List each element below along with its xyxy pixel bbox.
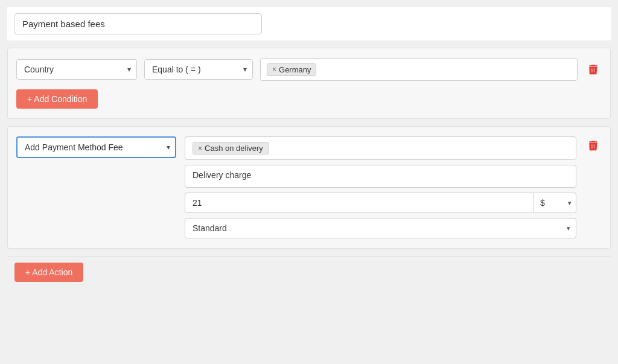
country-select[interactable]: Country City State Zip Code [16, 59, 137, 80]
delete-condition-button[interactable] [585, 60, 602, 78]
operator-select-wrapper: Equal to ( = ) Not equal to Contains Not… [144, 59, 253, 80]
amount-input[interactable] [185, 193, 534, 213]
add-action-button[interactable]: + Add Action [14, 263, 83, 282]
delivery-charge-field: Delivery charge [185, 165, 576, 188]
action-fields: × Cash on delivery Delivery charge $ € [185, 136, 576, 238]
title-section [7, 7, 611, 40]
trash-action-icon [587, 139, 599, 152]
payment-method-tag-box[interactable]: × Cash on delivery [185, 136, 576, 160]
action-row: Add Payment Method Fee Add Fixed Fee Add… [16, 136, 602, 238]
page-wrapper: Country City State Zip Code ▾ Equal to (… [0, 0, 618, 364]
cash-on-delivery-tag: × Cash on delivery [193, 142, 269, 155]
delivery-charge-label: Delivery charge [193, 170, 251, 180]
action-select-wrapper: Add Payment Method Fee Add Fixed Fee Add… [16, 136, 176, 158]
delete-action-button[interactable] [585, 136, 602, 155]
bottom-bar: + Add Action [7, 256, 611, 288]
payment-tag-label: Cash on delivery [205, 144, 263, 153]
operator-select[interactable]: Equal to ( = ) Not equal to Contains Not… [144, 59, 253, 80]
tag-input-box[interactable]: × Germany [260, 58, 578, 81]
country-select-wrapper: Country City State Zip Code ▾ [16, 59, 137, 80]
action-type-select[interactable]: Add Payment Method Fee Add Fixed Fee Add… [16, 136, 176, 158]
amount-currency-row: $ € £ ¥ ▾ [185, 193, 576, 213]
add-condition-button[interactable]: + Add Condition [16, 89, 98, 109]
trash-icon [587, 63, 599, 76]
currency-select[interactable]: $ € £ ¥ [534, 193, 576, 213]
tag-label: Germany [279, 65, 311, 74]
action-section: Add Payment Method Fee Add Fixed Fee Add… [7, 126, 611, 249]
type-select-wrapper: Standard Express Same Day ▾ [185, 218, 576, 238]
condition-section: Country City State Zip Code ▾ Equal to (… [7, 48, 611, 119]
type-select[interactable]: Standard Express Same Day [185, 218, 576, 238]
germany-tag: × Germany [267, 63, 316, 76]
payment-tag-close-icon[interactable]: × [198, 144, 202, 153]
condition-row: Country City State Zip Code ▾ Equal to (… [16, 58, 602, 81]
rule-title-input[interactable] [14, 13, 262, 34]
currency-select-wrapper: $ € £ ¥ ▾ [534, 193, 576, 213]
tag-close-icon[interactable]: × [272, 65, 276, 74]
